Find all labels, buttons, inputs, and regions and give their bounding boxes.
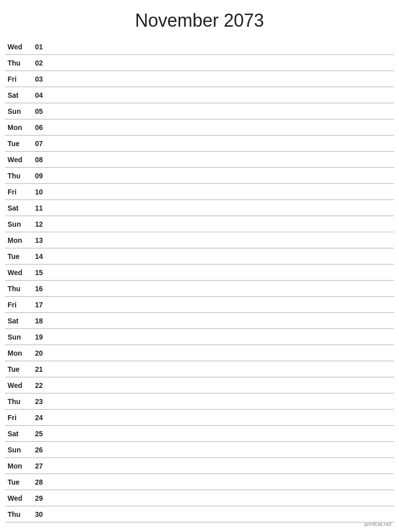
day-row: Wed15 bbox=[5, 264, 394, 281]
day-line bbox=[43, 62, 391, 63]
day-number: 15 bbox=[28, 269, 43, 277]
day-line bbox=[43, 385, 391, 385]
day-line bbox=[43, 191, 391, 192]
day-name: Tue bbox=[8, 478, 28, 486]
day-row: Mon27 bbox=[5, 458, 394, 474]
day-line bbox=[43, 224, 391, 224]
day-number: 16 bbox=[28, 285, 43, 293]
day-row: Sun26 bbox=[5, 442, 394, 458]
day-number: 22 bbox=[28, 381, 43, 389]
day-number: 10 bbox=[28, 188, 43, 196]
day-name: Mon bbox=[8, 123, 28, 131]
day-number: 07 bbox=[28, 140, 43, 148]
day-line bbox=[43, 256, 391, 256]
day-number: 02 bbox=[28, 59, 43, 67]
day-row: Thu02 bbox=[5, 55, 394, 71]
day-name: Fri bbox=[8, 414, 28, 422]
day-name: Sun bbox=[8, 107, 28, 115]
day-line bbox=[43, 111, 391, 111]
day-line bbox=[43, 466, 391, 466]
day-name: Mon bbox=[8, 462, 28, 470]
day-line bbox=[43, 304, 391, 305]
day-name: Mon bbox=[8, 349, 28, 357]
day-row: Tue21 bbox=[5, 361, 394, 377]
day-number: 30 bbox=[28, 510, 43, 518]
day-line bbox=[43, 143, 391, 144]
day-number: 03 bbox=[28, 75, 43, 83]
day-row: Mon13 bbox=[5, 232, 394, 248]
day-name: Thu bbox=[8, 285, 28, 293]
day-line bbox=[43, 320, 391, 321]
day-name: Thu bbox=[8, 59, 28, 67]
day-number: 11 bbox=[28, 204, 43, 212]
day-name: Sun bbox=[8, 446, 28, 454]
day-number: 24 bbox=[28, 414, 43, 422]
day-name: Wed bbox=[8, 494, 28, 502]
day-name: Tue bbox=[8, 365, 28, 373]
day-name: Fri bbox=[8, 75, 28, 83]
page-title: November 2073 bbox=[0, 0, 399, 39]
day-name: Tue bbox=[8, 140, 28, 148]
day-name: Tue bbox=[8, 252, 28, 260]
day-name: Sun bbox=[8, 220, 28, 228]
day-name: Wed bbox=[8, 381, 28, 389]
day-name: Mon bbox=[8, 236, 28, 244]
day-number: 25 bbox=[28, 430, 43, 438]
day-row: Tue28 bbox=[5, 474, 394, 490]
day-row: Sat04 bbox=[5, 87, 394, 103]
day-number: 14 bbox=[28, 252, 43, 260]
day-name: Sat bbox=[8, 317, 28, 325]
day-line bbox=[43, 417, 391, 418]
day-row: Sat18 bbox=[5, 313, 394, 329]
day-number: 04 bbox=[28, 91, 43, 99]
day-line bbox=[43, 401, 391, 402]
day-row: Tue07 bbox=[5, 136, 394, 152]
day-number: 28 bbox=[28, 478, 43, 486]
day-name: Thu bbox=[8, 397, 28, 406]
day-row: Mon06 bbox=[5, 119, 394, 136]
day-name: Wed bbox=[8, 269, 28, 277]
footer-label: printcal.net bbox=[364, 521, 391, 527]
day-row: Wed22 bbox=[5, 377, 394, 393]
day-row: Sun12 bbox=[5, 216, 394, 232]
day-line bbox=[43, 514, 391, 514]
day-number: 12 bbox=[28, 220, 43, 228]
day-number: 18 bbox=[28, 317, 43, 325]
day-line bbox=[43, 337, 391, 337]
day-line bbox=[43, 482, 391, 482]
day-name: Wed bbox=[8, 156, 28, 164]
day-row: Mon20 bbox=[5, 345, 394, 361]
day-line bbox=[43, 288, 391, 289]
day-row: Thu16 bbox=[5, 281, 394, 297]
day-number: 26 bbox=[28, 446, 43, 454]
day-number: 17 bbox=[28, 301, 43, 309]
day-line bbox=[43, 159, 391, 160]
day-line bbox=[43, 433, 391, 434]
day-name: Thu bbox=[8, 172, 28, 180]
day-line bbox=[43, 208, 391, 208]
calendar-grid: Wed01Thu02Fri03Sat04Sun05Mon06Tue07Wed08… bbox=[0, 39, 399, 522]
day-row: Thu23 bbox=[5, 393, 394, 410]
day-row: Tue14 bbox=[5, 248, 394, 264]
day-line bbox=[43, 353, 391, 353]
day-name: Sat bbox=[8, 204, 28, 212]
day-name: Sat bbox=[8, 430, 28, 438]
day-name: Fri bbox=[8, 188, 28, 196]
day-row: Wed29 bbox=[5, 490, 394, 506]
day-row: Sun05 bbox=[5, 103, 394, 119]
day-line bbox=[43, 240, 391, 240]
day-name: Sun bbox=[8, 333, 28, 341]
day-row: Thu30 bbox=[5, 506, 394, 522]
day-line bbox=[43, 498, 391, 498]
day-line bbox=[43, 272, 391, 273]
day-line bbox=[43, 46, 391, 47]
day-row: Fri17 bbox=[5, 297, 394, 313]
day-number: 05 bbox=[28, 107, 43, 115]
day-number: 09 bbox=[28, 172, 43, 180]
day-number: 01 bbox=[28, 43, 43, 51]
day-name: Sat bbox=[8, 91, 28, 99]
day-number: 06 bbox=[28, 123, 43, 131]
day-line bbox=[43, 127, 391, 127]
day-row: Sat25 bbox=[5, 426, 394, 442]
day-name: Wed bbox=[8, 43, 28, 51]
